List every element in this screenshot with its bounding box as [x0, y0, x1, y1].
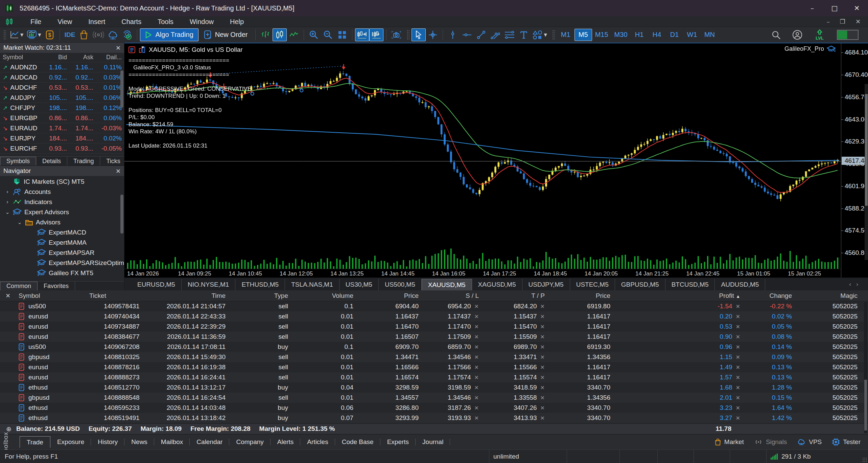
- market-watch-row-euraud[interactable]: ↘EURAUD1.74...1.74...-0.03%: [0, 123, 124, 133]
- remove-sl-icon[interactable]: ✕: [474, 405, 479, 411]
- trade-column-s-l[interactable]: S / L: [423, 292, 484, 300]
- screenshot-button[interactable]: [389, 28, 403, 41]
- navigator-close-icon[interactable]: ✕: [116, 168, 121, 175]
- chart-shift-button[interactable]: [369, 28, 383, 41]
- trade-column-price[interactable]: Price: [549, 292, 615, 300]
- navigator-item-galileo-fx-mt5[interactable]: Galileo FX MT5: [0, 268, 124, 278]
- close-position-icon[interactable]: ✕: [736, 334, 740, 340]
- navigator-item-expertmama[interactable]: ExpertMAMA: [0, 238, 124, 248]
- close-position-icon[interactable]: ✕: [736, 384, 740, 391]
- toolbox-tab-trade[interactable]: Trade: [20, 436, 50, 448]
- trade-row[interactable]: us50014095784312026.01.14 21:04:57sell0.…: [0, 301, 868, 311]
- toolbox-tab-company[interactable]: Company: [229, 436, 270, 448]
- market-watch-row-audjpy[interactable]: ↗AUDJPY105....105....0.06%: [0, 93, 124, 103]
- chart-tab-us500-m5[interactable]: US500,M5: [379, 279, 422, 290]
- chart-type-button[interactable]: ▼: [8, 28, 25, 41]
- close-position-icon[interactable]: ✕: [736, 344, 740, 350]
- timeframe-m5-button[interactable]: M5: [574, 29, 592, 41]
- market-watch-tab-symbols[interactable]: Symbols: [0, 157, 36, 166]
- signals-button[interactable]: [91, 28, 106, 41]
- toolbar-drag-handle[interactable]: [3, 30, 6, 40]
- market-watch-row-chfjpy[interactable]: ↗CHFJPY198....198....0.12%: [0, 103, 124, 113]
- market-watch-column-ask[interactable]: Ask: [70, 54, 96, 61]
- trade-row[interactable]: eurusd14097404342026.01.14 22:43:33sell0…: [0, 311, 868, 322]
- chevron-right-icon[interactable]: ›: [4, 199, 11, 205]
- text-tool-button[interactable]: [517, 28, 531, 41]
- remove-tp-icon[interactable]: ✕: [540, 405, 545, 411]
- toolbox-tab-articles[interactable]: Articles: [300, 436, 335, 448]
- chart-scrollbar[interactable]: [865, 84, 868, 260]
- timeframe-m1-button[interactable]: M1: [557, 29, 574, 41]
- bottom-link-market[interactable]: Market: [714, 438, 744, 446]
- timeframe-d1-button[interactable]: D1: [666, 29, 683, 41]
- remove-sl-icon[interactable]: ✕: [474, 395, 479, 401]
- line-chart-mode-button[interactable]: [287, 28, 301, 41]
- bottom-link-vps[interactable]: VPS: [797, 438, 822, 446]
- navigator-tab-common[interactable]: Common: [0, 282, 38, 290]
- chevron-down-icon[interactable]: ⌄: [4, 209, 11, 215]
- maximize-button[interactable]: □: [823, 0, 846, 16]
- close-position-icon[interactable]: ✕: [736, 313, 740, 320]
- auto-scroll-button[interactable]: [355, 28, 369, 41]
- trade-column-type[interactable]: Type: [230, 292, 293, 300]
- timeframe-m30-button[interactable]: M30: [611, 29, 631, 41]
- trade-column-time[interactable]: Time: [157, 292, 230, 300]
- toolbox-tab-news[interactable]: News: [124, 436, 154, 448]
- minimize-button[interactable]: –: [801, 0, 823, 16]
- menu-item-insert[interactable]: Insert: [80, 16, 113, 27]
- trade-row[interactable]: ethusd14085127702026.01.14 13:12:17buy0.…: [0, 382, 868, 393]
- remove-sl-icon[interactable]: ✕: [474, 344, 479, 350]
- menu-item-window[interactable]: Window: [182, 16, 222, 27]
- remove-tp-icon[interactable]: ✕: [540, 313, 545, 320]
- timeframe-w1-button[interactable]: W1: [683, 29, 701, 41]
- resize-grip[interactable]: [862, 457, 867, 462]
- market-watch-scrollbar[interactable]: [120, 70, 123, 108]
- lvl-icon[interactable]: LVL: [814, 29, 825, 41]
- navigator-item-indicators[interactable]: ›Indicators: [0, 197, 124, 207]
- navigator-tab-favorites[interactable]: Favorites: [38, 282, 75, 290]
- chart-tab-ethusd-m5[interactable]: ETHUSD,M5: [235, 279, 285, 290]
- trade-row[interactable]: eurusd14097348872026.01.14 22:39:29sell0…: [0, 322, 868, 332]
- market-watch-row-audcad[interactable]: ↗AUDCAD0.92...0.92...0.03%: [0, 72, 124, 83]
- remove-sl-icon[interactable]: ✕: [474, 313, 479, 320]
- bottom-link-signals[interactable]: Signals: [754, 438, 787, 446]
- symbols-button[interactable]: $: [43, 28, 57, 41]
- timeframe-h4-button[interactable]: H4: [648, 29, 666, 41]
- menu-item-help[interactable]: Help: [222, 16, 252, 27]
- remove-tp-icon[interactable]: ✕: [540, 395, 545, 401]
- ide-button[interactable]: IDE: [63, 28, 77, 41]
- market-watch-column-symbol[interactable]: Symbol: [0, 54, 43, 61]
- vertical-line-tool-button[interactable]: [446, 28, 460, 41]
- close-position-icon[interactable]: ✕: [736, 354, 740, 360]
- timeframe-h1-button[interactable]: H1: [631, 29, 648, 41]
- chart-tab-xagusd-m5[interactable]: XAGUSD,M5: [472, 279, 522, 290]
- navigator-item-ic-markets-sc-mt5[interactable]: IC Markets (SC) MT5: [0, 177, 124, 187]
- chart-tab-tsla-nas-m1[interactable]: TSLA.NAS,M1: [285, 279, 339, 290]
- toolbar-drag-handle[interactable]: [407, 30, 409, 40]
- toolbox-tab-history[interactable]: History: [91, 436, 124, 448]
- navigator-item-expertmapsarsizeoptim[interactable]: ExpertMAPSARSizeOptim: [0, 258, 124, 268]
- navigator-item-accounts[interactable]: ›Accounts: [0, 187, 124, 197]
- zoom-out-button[interactable]: [321, 28, 335, 41]
- market-watch-row-eurgbp[interactable]: ↘EURGBP0.86...0.86...0.06%: [0, 113, 124, 123]
- mdi-minimize-icon[interactable]: –: [827, 18, 830, 25]
- trade-row[interactable]: us50014090672082026.01.14 17:08:11buy0.1…: [0, 342, 868, 352]
- mdi-restore-icon[interactable]: ❐: [840, 18, 845, 25]
- trade-row[interactable]: eurusd14088782162026.01.14 16:19:38sell0…: [0, 362, 868, 372]
- menu-item-file[interactable]: File: [22, 16, 49, 27]
- close-button[interactable]: ✕: [846, 0, 868, 16]
- menu-item-charts[interactable]: Charts: [113, 16, 149, 27]
- remove-sl-icon[interactable]: ✕: [474, 303, 479, 310]
- remove-sl-icon[interactable]: ✕: [474, 354, 479, 360]
- trade-column-magic[interactable]: Magic: [797, 292, 862, 300]
- remove-tp-icon[interactable]: ✕: [540, 334, 545, 340]
- shapes-tool-button[interactable]: ▼: [531, 28, 548, 41]
- remove-sl-icon[interactable]: ✕: [474, 364, 479, 371]
- market-watch-column-bid[interactable]: Bid: [43, 54, 70, 61]
- depth-of-market-icon[interactable]: [139, 46, 146, 53]
- trade-row[interactable]: gbpusd14088103252026.01.14 15:49:30sell0…: [0, 352, 868, 362]
- close-position-icon[interactable]: ✕: [736, 395, 740, 401]
- candle-chart-mode-button[interactable]: [273, 28, 287, 41]
- trendline-tool-button[interactable]: [474, 28, 488, 41]
- chart-tab-gbpusd-m5[interactable]: GBPUSD,M5: [615, 279, 665, 290]
